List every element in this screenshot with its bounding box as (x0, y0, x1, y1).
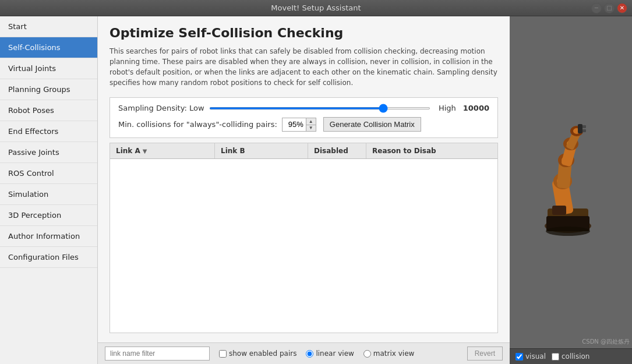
sidebar-item-self-collisions[interactable]: Self-Collisions (0, 37, 97, 58)
maximize-button[interactable]: □ (604, 3, 615, 13)
min-collisions-row: Min. collisions for "always"-colliding p… (118, 117, 489, 132)
svg-rect-19 (552, 206, 566, 215)
show-enabled-pairs-label[interactable]: show enabled pairs (219, 349, 296, 358)
table-body (110, 159, 497, 333)
density-value: 10000 (463, 104, 489, 112)
show-enabled-pairs-checkbox[interactable] (219, 350, 227, 358)
controls-section: Sampling Density: Low High 10000 Min. co… (110, 97, 498, 138)
revert-button[interactable]: Revert (467, 347, 503, 361)
th-reason: Reason to Disab (366, 143, 497, 158)
sampling-slider[interactable] (209, 107, 430, 109)
spinner-down-button[interactable]: ▼ (306, 125, 316, 131)
svg-rect-16 (582, 125, 586, 128)
window-controls[interactable]: − □ ✕ (591, 3, 627, 13)
slider-container[interactable] (209, 107, 430, 109)
robot-bottom-bar: visual collision (510, 348, 632, 364)
table-header: Link A ▼ Link B Disabled Reason to Disab (110, 143, 497, 159)
sidebar-item-planning-groups[interactable]: Planning Groups (0, 79, 97, 100)
link-name-filter-input[interactable] (105, 347, 210, 361)
percent-input[interactable] (283, 119, 306, 130)
high-label: High (439, 104, 456, 112)
watermark: CSDN @四处炼丹 (582, 338, 630, 346)
linear-view-radio[interactable] (306, 350, 313, 358)
close-button[interactable]: ✕ (617, 3, 627, 13)
sort-icon-link-a: ▼ (143, 148, 147, 154)
sidebar-item-3d-perception[interactable]: 3D Perception (0, 205, 97, 226)
th-link-b: Link B (215, 143, 308, 158)
sidebar-item-author-information[interactable]: Author Information (0, 226, 97, 247)
collision-table: Link A ▼ Link B Disabled Reason to Disab (110, 143, 498, 333)
robot-viewport: CSDN @四处炼丹 (510, 16, 632, 348)
collision-check-label[interactable]: collision (552, 352, 589, 361)
sidebar-item-simulation[interactable]: Simulation (0, 184, 97, 205)
svg-point-21 (546, 227, 590, 236)
visual-check-label[interactable]: visual (516, 352, 546, 361)
collision-checkbox[interactable] (552, 353, 559, 361)
main-container: Start Self-Collisions Virtual Joints Pla… (0, 16, 632, 364)
sidebar-item-robot-poses[interactable]: Robot Poses (0, 100, 97, 121)
robot-svg (513, 118, 629, 246)
sampling-label: Sampling Density: Low (118, 104, 204, 112)
sidebar-item-ros-control[interactable]: ROS Control (0, 163, 97, 184)
matrix-view-label[interactable]: matrix view (363, 349, 415, 358)
th-disabled: Disabled (308, 143, 366, 158)
page-title: Optimize Self-Collision Checking (110, 26, 498, 40)
minimize-button[interactable]: − (591, 3, 602, 13)
content-inner: Optimize Self-Collision Checking This se… (98, 16, 510, 342)
spinner-buttons[interactable]: ▲ ▼ (306, 118, 316, 131)
th-link-a[interactable]: Link A ▼ (110, 143, 215, 158)
window-title: MoveIt! Setup Assistant (271, 3, 361, 12)
visual-checkbox[interactable] (516, 353, 523, 361)
matrix-view-radio[interactable] (363, 350, 371, 358)
titlebar: MoveIt! Setup Assistant − □ ✕ (0, 0, 632, 16)
percent-input-wrap[interactable]: ▲ ▼ (282, 118, 316, 132)
sampling-row: Sampling Density: Low High 10000 (118, 104, 489, 112)
sidebar-item-passive-joints[interactable]: Passive Joints (0, 142, 97, 163)
robot-panel: CSDN @四处炼丹 visual collision (510, 16, 632, 364)
linear-view-label[interactable]: linear view (306, 349, 354, 358)
svg-rect-15 (578, 124, 582, 133)
spinner-up-button[interactable]: ▲ (306, 118, 316, 125)
low-label: Low (189, 104, 204, 112)
generate-collision-matrix-button[interactable]: Generate Collision Matrix (323, 117, 421, 132)
sidebar-item-start[interactable]: Start (0, 16, 97, 37)
content-area: Optimize Self-Collision Checking This se… (98, 16, 510, 364)
min-collisions-label: Min. collisions for "always"-colliding p… (118, 120, 277, 129)
sidebar-item-configuration-files[interactable]: Configuration Files (0, 247, 97, 268)
svg-rect-17 (582, 129, 586, 132)
description-text: This searches for pairs of robot links t… (110, 46, 498, 88)
sidebar-item-virtual-joints[interactable]: Virtual Joints (0, 58, 97, 79)
bottom-bar: show enabled pairs linear view matrix vi… (98, 342, 510, 364)
sidebar: Start Self-Collisions Virtual Joints Pla… (0, 16, 98, 364)
sidebar-item-end-effectors[interactable]: End Effectors (0, 121, 97, 142)
